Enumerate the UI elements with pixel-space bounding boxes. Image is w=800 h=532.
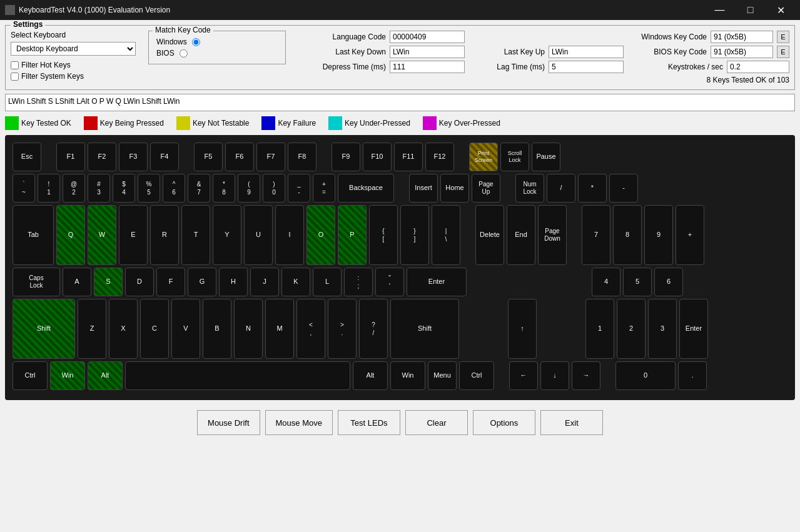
key-print-screen[interactable]: PrintScreen <box>469 143 498 171</box>
key-numpad-2[interactable]: 2 <box>617 299 646 359</box>
key-pause[interactable]: Pause <box>532 143 560 171</box>
depress-time-input[interactable] <box>390 61 465 73</box>
close-button[interactable]: ✕ <box>767 0 795 20</box>
key-close-bracket[interactable]: }] <box>400 205 429 265</box>
key-numpad-slash[interactable]: / <box>547 174 575 203</box>
maximize-button[interactable]: □ <box>736 0 764 20</box>
key-backslash[interactable]: |\ <box>432 205 460 265</box>
key-h[interactable]: H <box>219 268 248 296</box>
key-slash[interactable]: ?/ <box>359 299 388 359</box>
key-numpad-plus[interactable]: + <box>676 205 704 265</box>
key-tab[interactable]: Tab <box>13 205 54 265</box>
key-end[interactable]: End <box>507 205 535 265</box>
key-page-down[interactable]: PageDown <box>538 205 567 265</box>
key-open-bracket[interactable]: {[ <box>369 205 398 265</box>
key-g[interactable]: G <box>188 268 216 296</box>
windows-key-code-input[interactable] <box>711 31 773 43</box>
key-i[interactable]: I <box>275 205 304 265</box>
key-numpad-5[interactable]: 5 <box>623 268 652 296</box>
key-shift-right[interactable]: Shift <box>390 299 459 359</box>
mouse-move-button[interactable]: Mouse Move <box>265 410 333 435</box>
key-numpad-dot[interactable]: . <box>678 361 707 390</box>
key-arrow-left[interactable]: ← <box>509 361 538 390</box>
key-f7[interactable]: F7 <box>256 143 285 171</box>
filter-hot-keys-checkbox[interactable] <box>11 61 19 69</box>
key-esc[interactable]: Esc <box>13 143 41 171</box>
key-f4[interactable]: F4 <box>150 143 179 171</box>
key-n[interactable]: N <box>234 299 263 359</box>
key-page-up[interactable]: PageUp <box>472 174 500 203</box>
key-arrow-down[interactable]: ↓ <box>540 361 569 390</box>
key-5[interactable]: %5 <box>138 174 160 203</box>
key-backtick[interactable]: `~ <box>13 174 35 203</box>
windows-radio[interactable] <box>192 38 200 46</box>
key-t[interactable]: T <box>181 205 210 265</box>
key-comma[interactable]: <, <box>296 299 325 359</box>
key-0[interactable]: )0 <box>263 174 285 203</box>
last-key-up-input[interactable] <box>549 46 624 58</box>
exit-button[interactable]: Exit <box>540 410 603 435</box>
key-numpad-8[interactable]: 8 <box>613 205 642 265</box>
key-b[interactable]: B <box>203 299 231 359</box>
key-caps-lock[interactable]: CapsLock <box>13 268 60 296</box>
key-numpad-7[interactable]: 7 <box>582 205 610 265</box>
key-6[interactable]: ^6 <box>163 174 185 203</box>
key-shift-left[interactable]: Shift <box>13 299 75 359</box>
language-code-input[interactable] <box>390 31 465 43</box>
key-alt-right[interactable]: Alt <box>353 361 388 390</box>
key-menu[interactable]: Menu <box>428 361 457 390</box>
key-r[interactable]: R <box>150 205 179 265</box>
key-a[interactable]: A <box>63 268 91 296</box>
key-k[interactable]: K <box>281 268 310 296</box>
bios-key-code-input[interactable] <box>711 46 773 58</box>
key-ctrl-left[interactable]: Ctrl <box>13 361 48 390</box>
key-f1[interactable]: F1 <box>56 143 85 171</box>
options-button[interactable]: Options <box>473 410 535 435</box>
key-y[interactable]: Y <box>213 205 241 265</box>
key-w[interactable]: W <box>88 205 116 265</box>
key-p[interactable]: P <box>338 205 367 265</box>
key-numpad-1[interactable]: 1 <box>585 299 614 359</box>
keystrokes-input[interactable] <box>727 61 789 73</box>
key-f10[interactable]: F10 <box>363 143 392 171</box>
key-enter[interactable]: Enter <box>407 268 467 296</box>
key-minus[interactable]: _- <box>288 174 310 203</box>
key-scroll-lock[interactable]: ScrollLock <box>500 143 529 171</box>
key-numpad-9[interactable]: 9 <box>644 205 673 265</box>
key-insert[interactable]: Insert <box>409 174 438 203</box>
key-space[interactable] <box>125 361 350 390</box>
lag-time-input[interactable] <box>549 61 624 73</box>
key-c[interactable]: C <box>140 299 169 359</box>
key-f[interactable]: F <box>156 268 185 296</box>
key-f6[interactable]: F6 <box>225 143 254 171</box>
key-2[interactable]: @2 <box>63 174 85 203</box>
key-quote[interactable]: "' <box>375 268 404 296</box>
key-period[interactable]: >. <box>328 299 357 359</box>
key-8[interactable]: *8 <box>213 174 235 203</box>
keyboard-select[interactable]: Desktop Keyboard <box>11 42 136 56</box>
minimize-button[interactable]: — <box>706 0 734 20</box>
key-f3[interactable]: F3 <box>119 143 148 171</box>
key-numpad-0[interactable]: 0 <box>615 361 676 390</box>
key-backspace[interactable]: Backspace <box>338 174 394 203</box>
key-num-lock[interactable]: NumLock <box>515 174 544 203</box>
key-home[interactable]: Home <box>440 174 469 203</box>
bios-key-e-button[interactable]: E <box>777 46 789 58</box>
bios-radio[interactable] <box>180 49 188 58</box>
key-9[interactable]: (9 <box>238 174 260 203</box>
key-l[interactable]: L <box>313 268 342 296</box>
key-1[interactable]: !1 <box>38 174 60 203</box>
key-3[interactable]: #3 <box>88 174 110 203</box>
key-equals[interactable]: += <box>313 174 335 203</box>
key-semicolon[interactable]: :; <box>344 268 373 296</box>
key-v[interactable]: V <box>171 299 200 359</box>
key-win-left[interactable]: Win <box>50 361 85 390</box>
key-numpad-6[interactable]: 6 <box>654 268 683 296</box>
key-arrow-right[interactable]: → <box>572 361 600 390</box>
key-s[interactable]: S <box>94 268 123 296</box>
key-j[interactable]: J <box>250 268 279 296</box>
key-e[interactable]: E <box>119 205 148 265</box>
windows-key-e-button[interactable]: E <box>777 31 789 43</box>
key-numpad-4[interactable]: 4 <box>592 268 620 296</box>
key-win-right[interactable]: Win <box>390 361 425 390</box>
